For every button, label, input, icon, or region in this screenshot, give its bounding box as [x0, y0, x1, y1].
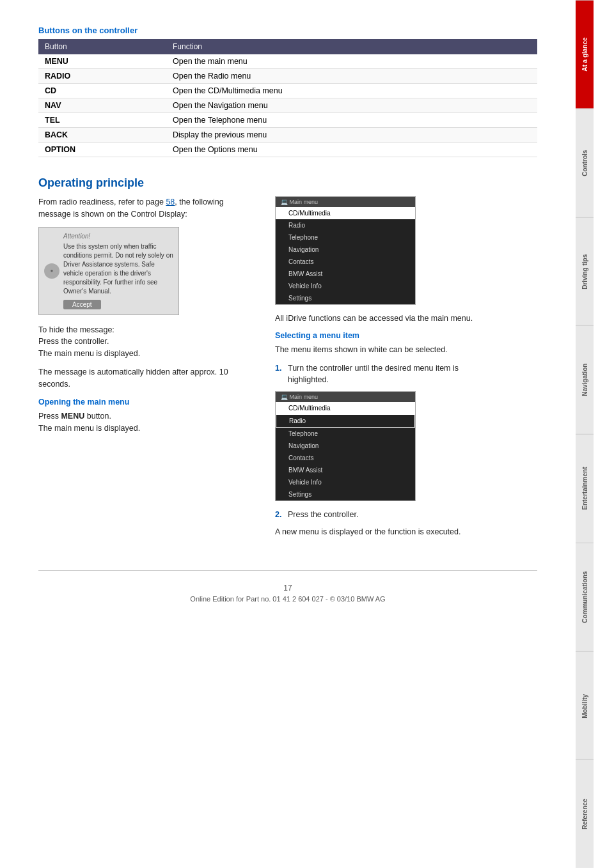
selecting-intro: The menu items shown in white can be sel… [275, 344, 492, 356]
attention-header: Attention! [63, 233, 173, 240]
page-number: 17 [38, 584, 537, 593]
menu-item: Settings [276, 292, 415, 304]
button-cell: RADIO [38, 69, 166, 84]
operating-principle-section: Operating principle From radio readiness… [38, 176, 537, 545]
function-cell: Open the Telephone menu [166, 113, 537, 128]
step-2-num: 2. [275, 509, 284, 521]
right-column: 💻 Main menu CD/MultimediaRadioTelephoneN… [275, 196, 492, 545]
table-row: NAVOpen the Navigation menu [38, 98, 537, 113]
opening-main-menu-heading: Opening the main menu [38, 398, 256, 407]
menu-item: Radio [276, 219, 415, 231]
button-cell: NAV [38, 98, 166, 113]
controller-icon: ● [44, 263, 59, 279]
function-cell: Open the main menu [166, 54, 537, 69]
main-content: Buttons on the controller Button Functio… [0, 0, 576, 868]
menu-item: BMW Assist [276, 464, 415, 476]
side-tabs: At a glance Controls Driving tips Naviga… [576, 0, 594, 868]
steps-list-2: 2. Press the controller. [275, 509, 492, 521]
table-row: CDOpen the CD/Multimedia menu [38, 84, 537, 98]
menu-item: BMW Assist [276, 268, 415, 280]
tab-at-a-glance[interactable]: At a glance [576, 0, 594, 109]
menu-item: CD/Multimedia [276, 402, 415, 414]
intro-text: From radio readiness, refer to page 58, … [38, 196, 256, 221]
menu-header-1: 💻 Main menu [276, 197, 415, 207]
buttons-section-title: Buttons on the controller [38, 26, 537, 35]
col-header-button: Button [38, 39, 166, 54]
menu-item: Contacts [276, 452, 415, 464]
table-row: TELOpen the Telephone menu [38, 113, 537, 128]
menu-header-2: 💻 Main menu [276, 392, 415, 402]
tab-navigation[interactable]: Navigation [576, 325, 594, 434]
menu-item: Navigation [276, 440, 415, 452]
table-row: RADIOOpen the Radio menu [38, 69, 537, 84]
footer-text: Online Edition for Part no. 01 41 2 604 … [38, 595, 537, 603]
tab-communications[interactable]: Communications [576, 543, 594, 651]
page-wrapper: Buttons on the controller Button Functio… [0, 0, 614, 868]
button-cell: CD [38, 84, 166, 98]
step2-after-text: A new menu is displayed or the function … [275, 526, 492, 538]
tab-entertainment[interactable]: Entertainment [576, 434, 594, 543]
col-header-function: Function [166, 39, 537, 54]
menu-item: Contacts [276, 256, 415, 268]
main-menu-screenshot-2: 💻 Main menu CD/MultimediaRadioTelephoneN… [275, 391, 416, 501]
function-cell: Open the Options menu [166, 143, 537, 157]
table-row: MENUOpen the main menu [38, 54, 537, 69]
step-1: 1. Turn the controller until the desired… [275, 362, 492, 387]
operating-principle-heading: Operating principle [38, 176, 537, 190]
attention-screenshot: ● Attention! Use this system only when t… [38, 227, 179, 315]
tab-reference[interactable]: Reference [576, 759, 594, 868]
step-1-text: Turn the controller until the desired me… [288, 362, 492, 387]
two-col-layout: From radio readiness, refer to page 58, … [38, 196, 537, 545]
left-column: From radio readiness, refer to page 58, … [38, 196, 256, 545]
menu-item: Vehicle Info [276, 476, 415, 488]
attention-inner: Attention! Use this system only when tra… [63, 233, 173, 309]
function-cell: Open the Navigation menu [166, 98, 537, 113]
function-cell: Open the CD/Multimedia menu [166, 84, 537, 98]
hide-message-text: To hide the message:Press the controller… [38, 324, 256, 360]
page-footer: 17 Online Edition for Part no. 01 41 2 6… [38, 570, 537, 609]
menu-item: Vehicle Info [276, 280, 415, 292]
accept-button: Accept [63, 300, 101, 309]
press-menu-text: Press MENU button.The main menu is displ… [38, 410, 256, 435]
step-2-text: Press the controller. [288, 509, 358, 521]
button-cell: MENU [38, 54, 166, 69]
all-idrive-text: All iDrive functions can be accessed via… [275, 313, 492, 325]
button-cell: OPTION [38, 143, 166, 157]
steps-list: 1. Turn the controller until the desired… [275, 362, 492, 387]
table-row: BACKDisplay the previous menu [38, 128, 537, 143]
menu-item: Radio [276, 414, 415, 428]
menu-item: Navigation [276, 244, 415, 256]
function-cell: Open the Radio menu [166, 69, 537, 84]
attention-body: Use this system only when traffic condit… [63, 242, 173, 296]
menu-item: Telephone [276, 231, 415, 244]
menu-item: Telephone [276, 428, 415, 440]
table-row: OPTIONOpen the Options menu [38, 143, 537, 157]
auto-hidden-text: The message is automatically hidden afte… [38, 366, 256, 391]
buttons-section: Buttons on the controller Button Functio… [38, 26, 537, 157]
function-cell: Display the previous menu [166, 128, 537, 143]
tab-driving-tips[interactable]: Driving tips [576, 217, 594, 326]
menu-item: Settings [276, 488, 415, 500]
step-2: 2. Press the controller. [275, 509, 492, 521]
step-1-num: 1. [275, 362, 284, 387]
tab-mobility[interactable]: Mobility [576, 651, 594, 760]
buttons-table: Button Function MENUOpen the main menuRA… [38, 39, 537, 157]
button-cell: TEL [38, 113, 166, 128]
button-cell: BACK [38, 128, 166, 143]
selecting-menu-item-heading: Selecting a menu item [275, 331, 492, 340]
menu-item: CD/Multimedia [276, 207, 415, 219]
main-menu-screenshot-1: 💻 Main menu CD/MultimediaRadioTelephoneN… [275, 196, 416, 305]
tab-controls[interactable]: Controls [576, 109, 594, 217]
